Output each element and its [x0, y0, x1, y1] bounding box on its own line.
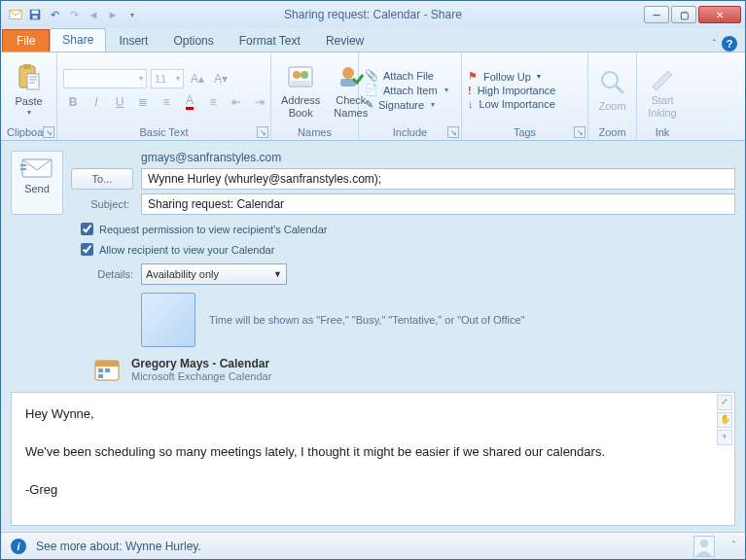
indent-less-icon[interactable]: ⇤ [227, 92, 246, 112]
tab-format-text[interactable]: Format Text [227, 29, 313, 52]
low-importance-icon: ↓ [468, 98, 474, 110]
svg-rect-20 [98, 368, 103, 372]
undo-icon[interactable]: ↶ [48, 8, 61, 21]
attach-file-button[interactable]: 📎Attach File [365, 69, 448, 82]
save-icon[interactable] [28, 8, 42, 21]
flag-icon: ⚑ [468, 70, 478, 83]
font-size-combo[interactable]: 11▾ [151, 69, 184, 88]
tab-options[interactable]: Options [160, 29, 226, 52]
to-input[interactable] [141, 168, 735, 190]
redo-icon[interactable]: ↷ [67, 8, 81, 21]
subject-label: Subject: [71, 198, 133, 210]
svg-point-23 [700, 540, 708, 547]
signature-icon: ✎ [365, 98, 373, 111]
paperclip-icon: 📎 [365, 69, 378, 82]
ribbon-tabstrip: File Share Insert Options Format Text Re… [1, 28, 745, 52]
group-ink-label: Ink [643, 124, 682, 140]
group-names-label: Names [277, 124, 352, 140]
svg-rect-22 [98, 374, 103, 378]
allow-recipient-label: Allow recipient to view your Calendar [99, 244, 274, 256]
ruler-toggle-icon[interactable]: ⤢ [717, 395, 732, 410]
font-family-combo[interactable]: ▾ [63, 69, 147, 88]
svg-rect-3 [32, 16, 37, 19]
address-book-button[interactable]: Address Book [277, 59, 324, 120]
minimize-button[interactable]: ─ [644, 6, 669, 23]
compose-area: Send gmays@sanfranstyles.com To... Subje… [1, 141, 745, 532]
svg-rect-16 [20, 164, 26, 166]
from-address: gmays@sanfranstyles.com [141, 151, 735, 164]
grow-font-icon[interactable]: A▴ [188, 69, 207, 88]
calendar-preview-icon [141, 293, 195, 347]
prev-icon[interactable]: ◄ [87, 8, 100, 21]
align-left-icon[interactable]: ≡ [203, 92, 223, 112]
details-combo[interactable]: Availability only ▼ [141, 263, 287, 285]
chevron-down-icon: ▼ [273, 269, 282, 279]
italic-icon[interactable]: I [87, 92, 106, 112]
indent-more-icon[interactable]: ⇥ [250, 92, 269, 112]
svg-rect-17 [20, 168, 26, 170]
qat-dropdown-icon[interactable]: ▾ [125, 8, 139, 21]
follow-up-button[interactable]: ⚑Follow Up▾ [468, 70, 555, 83]
high-importance-button[interactable]: !High Importance [468, 85, 555, 96]
tags-launcher-icon[interactable]: ↘ [574, 126, 586, 138]
file-tab[interactable]: File [2, 29, 50, 52]
group-tags-label: Tags [468, 124, 582, 140]
paste-button[interactable]: Paste ▾ [10, 60, 49, 120]
numbering-icon[interactable]: ≡ [157, 92, 176, 112]
bullets-icon[interactable]: ≣ [133, 92, 153, 112]
svg-point-13 [602, 72, 618, 88]
app-icon [9, 8, 22, 21]
footer-text[interactable]: See more about: Wynne Hurley. [36, 540, 201, 553]
font-color-icon[interactable]: A [180, 92, 199, 112]
attach-item-button[interactable]: 📄Attach Item▾ [365, 84, 448, 96]
details-label: Details: [81, 268, 133, 280]
high-importance-icon: ! [468, 85, 472, 96]
tab-insert[interactable]: Insert [106, 29, 160, 52]
tab-share[interactable]: Share [50, 28, 106, 52]
paste-dropdown-icon[interactable]: ▾ [27, 109, 31, 118]
next-icon[interactable]: ► [106, 8, 120, 21]
message-body[interactable]: ⤢ ✋ + Hey Wynne, We've been scheduling s… [11, 392, 735, 526]
send-button[interactable]: Send [11, 151, 63, 215]
info-icon: i [11, 539, 26, 554]
title-bar: ↶ ↷ ◄ ► ▾ Sharing request: Calendar - Sh… [1, 1, 745, 28]
svg-rect-21 [105, 368, 110, 372]
allow-recipient-checkbox[interactable] [81, 243, 93, 256]
body-line-1: Hey Wynne, [25, 404, 721, 424]
calendar-type: Microsoft Exchange Calendar [131, 370, 271, 382]
svg-rect-19 [95, 361, 119, 367]
clipboard-launcher-icon[interactable]: ↘ [43, 126, 54, 138]
svg-rect-5 [23, 64, 31, 69]
low-importance-button[interactable]: ↓Low Importance [468, 98, 555, 110]
help-icon[interactable]: ? [722, 36, 737, 52]
expand-people-pane-icon[interactable]: ˆ [732, 541, 735, 551]
shrink-font-icon[interactable]: A▾ [211, 69, 231, 88]
group-basictext-label: Basic Text [63, 124, 265, 140]
body-line-3: -Greg [25, 480, 721, 500]
svg-rect-6 [27, 74, 39, 89]
to-button[interactable]: To... [71, 168, 133, 190]
signature-button[interactable]: ✎Signature▾ [365, 98, 448, 111]
basictext-launcher-icon[interactable]: ↘ [257, 126, 268, 138]
zoom-button[interactable]: Zoom [593, 65, 632, 114]
calendar-name: Gregory Mays - Calendar [131, 357, 271, 370]
contact-avatar-icon[interactable] [693, 536, 715, 557]
calendar-icon [92, 355, 122, 384]
svg-point-11 [342, 67, 354, 79]
hand-tool-icon[interactable]: ✋ [717, 412, 732, 428]
group-include-label: Include [365, 124, 455, 140]
start-inking-button[interactable]: Start Inking [643, 59, 682, 120]
bold-icon[interactable]: B [63, 92, 83, 112]
include-launcher-icon[interactable]: ↘ [447, 126, 459, 138]
details-description: Time will be shown as "Free," "Busy," "T… [209, 314, 524, 326]
zoom-tool-icon[interactable]: + [717, 430, 732, 445]
maximize-button[interactable]: ▢ [671, 6, 696, 23]
request-permission-checkbox[interactable] [81, 223, 93, 235]
subject-input[interactable] [141, 193, 735, 215]
tab-review[interactable]: Review [313, 29, 376, 52]
body-line-2: We've been scheduling so many meetings l… [25, 442, 721, 462]
close-button[interactable]: ✕ [698, 6, 741, 23]
svg-line-14 [616, 86, 623, 93]
minimize-ribbon-icon[interactable]: ˆ [713, 39, 716, 50]
underline-icon[interactable]: U [110, 92, 129, 112]
